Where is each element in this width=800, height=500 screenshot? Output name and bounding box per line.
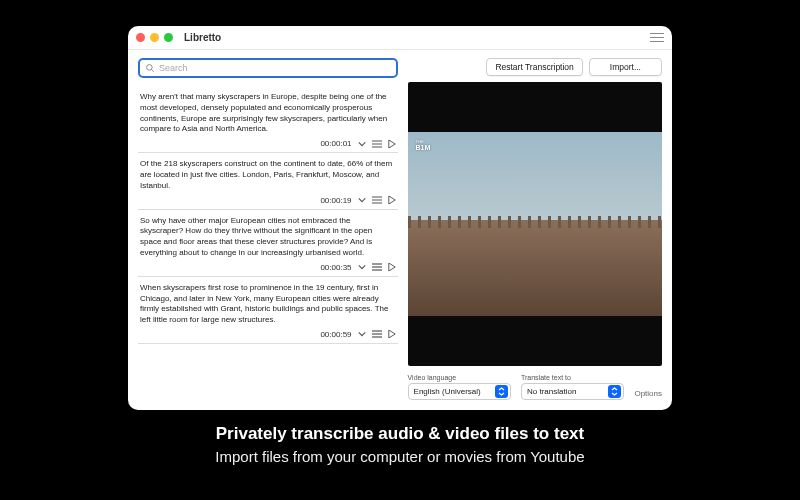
play-icon[interactable] [388, 140, 396, 148]
translate-field: Translate text to No translation [521, 374, 624, 400]
video-watermark: THE B1M [416, 140, 431, 152]
svg-point-0 [147, 65, 153, 71]
tagline-line-2: Import files from your computer or movie… [0, 448, 800, 465]
app-window: Libretto Why aren't that many skyscraper… [128, 26, 672, 410]
segment-text: When skyscrapers first rose to prominenc… [140, 283, 396, 326]
toolbar: Restart Transcription Import... [408, 58, 662, 76]
svg-line-1 [152, 70, 154, 72]
video-preview[interactable]: THE B1M [408, 82, 662, 366]
tagline-line-1: Privately transcribe audio & video files… [0, 424, 800, 444]
app-title: Libretto [184, 32, 221, 43]
segment-text: So why have other major European cities … [140, 216, 396, 259]
segment-menu-icon[interactable] [372, 263, 382, 271]
video-language-select[interactable]: English (Universal) [408, 383, 511, 400]
play-icon[interactable] [388, 196, 396, 204]
play-icon[interactable] [388, 263, 396, 271]
translate-label: Translate text to [521, 374, 624, 381]
segment-timestamp: 00:00:35 [320, 263, 351, 272]
transcript-segment[interactable]: When skyscrapers first rose to prominenc… [138, 277, 398, 344]
options-link[interactable]: Options [634, 389, 662, 400]
titlebar: Libretto [128, 26, 672, 50]
restart-transcription-button[interactable]: Restart Transcription [486, 58, 582, 76]
segment-timestamp: 00:00:19 [320, 196, 351, 205]
translate-value: No translation [527, 387, 576, 396]
transcript-segment[interactable]: Why aren't that many skyscrapers in Euro… [138, 86, 398, 153]
video-frame [408, 132, 662, 316]
translate-select[interactable]: No translation [521, 383, 624, 400]
segment-timestamp: 00:00:01 [320, 139, 351, 148]
play-icon[interactable] [388, 330, 396, 338]
video-language-label: Video language [408, 374, 511, 381]
segment-footer: 00:00:01 [140, 139, 396, 148]
chevron-down-icon[interactable] [358, 263, 366, 271]
search-input[interactable] [159, 63, 391, 73]
chevron-down-icon[interactable] [358, 330, 366, 338]
segment-menu-icon[interactable] [372, 196, 382, 204]
segment-footer: 00:00:59 [140, 330, 396, 339]
video-language-field: Video language English (Universal) [408, 374, 511, 400]
media-pane: Restart Transcription Import... THE B1M … [408, 58, 662, 400]
close-icon[interactable] [136, 33, 145, 42]
segment-footer: 00:00:19 [140, 196, 396, 205]
import-button[interactable]: Import... [589, 58, 662, 76]
segment-menu-icon[interactable] [372, 330, 382, 338]
window-controls [136, 33, 173, 42]
segment-footer: 00:00:35 [140, 263, 396, 272]
chevron-updown-icon [495, 385, 508, 398]
chevron-down-icon[interactable] [358, 196, 366, 204]
settings-row: Video language English (Universal) Trans… [408, 374, 662, 400]
search-field[interactable] [138, 58, 398, 78]
transcript-pane: Why aren't that many skyscrapers in Euro… [138, 58, 398, 400]
transcript-segment[interactable]: Of the 218 skyscrapers construct on the … [138, 153, 398, 209]
minimize-icon[interactable] [150, 33, 159, 42]
segment-timestamp: 00:00:59 [320, 330, 351, 339]
chevron-down-icon[interactable] [358, 140, 366, 148]
segment-text: Why aren't that many skyscrapers in Euro… [140, 92, 396, 135]
search-icon [145, 59, 155, 77]
transcript-list: Why aren't that many skyscrapers in Euro… [138, 86, 398, 400]
segment-text: Of the 218 skyscrapers construct on the … [140, 159, 396, 191]
transcript-segment[interactable]: So why have other major European cities … [138, 210, 398, 277]
chevron-updown-icon [608, 385, 621, 398]
window-body: Why aren't that many skyscrapers in Euro… [128, 50, 672, 410]
segment-menu-icon[interactable] [372, 140, 382, 148]
menu-icon[interactable] [650, 33, 664, 43]
video-language-value: English (Universal) [414, 387, 481, 396]
marketing-tagline: Privately transcribe audio & video files… [0, 424, 800, 465]
fullscreen-icon[interactable] [164, 33, 173, 42]
